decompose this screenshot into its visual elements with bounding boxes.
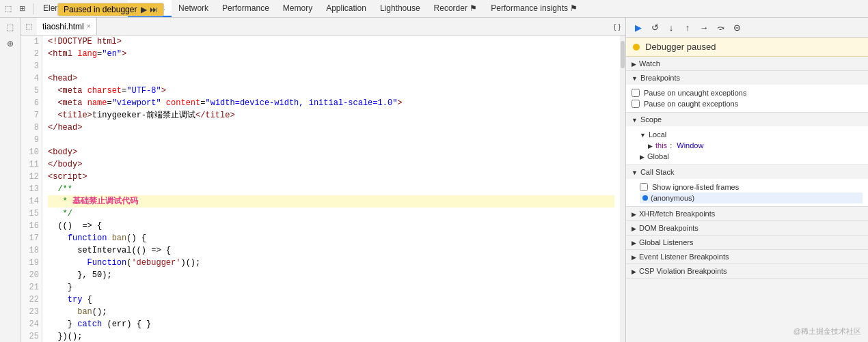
tab-network[interactable]: Network: [172, 0, 215, 17]
callstack-label: Call Stack: [640, 168, 675, 176]
callstack-arrow-icon: [632, 168, 638, 176]
event-listener-header[interactable]: Event Listener Breakpoints: [626, 250, 868, 263]
csp-label: CSP Violation Breakpoints: [639, 267, 727, 275]
vertical-scrollbar[interactable]: [620, 35, 625, 342]
tab-application[interactable]: Application: [319, 0, 373, 17]
code-line: /**: [48, 183, 614, 195]
global-listeners-label: Global Listeners: [639, 238, 694, 246]
global-listeners-header[interactable]: Global Listeners: [626, 236, 868, 249]
line-number: 21: [23, 281, 39, 294]
file-tab-close[interactable]: ×: [87, 23, 91, 30]
scope-label: Scope: [640, 115, 662, 124]
line-number: 5: [23, 85, 39, 97]
pause-uncaught-row: Pause on uncaught exceptions: [632, 87, 863, 98]
event-listener-section: Event Listener Breakpoints: [626, 250, 868, 264]
global-item[interactable]: Global: [640, 151, 863, 162]
step-button[interactable]: →: [697, 20, 711, 34]
this-prop-val: Window: [677, 141, 703, 149]
paused-banner: Paused in debugger ▶ ⏭: [57, 3, 164, 16]
dom-section: DOM Breakpoints: [626, 221, 868, 236]
scroll-thumb[interactable]: [621, 41, 625, 68]
file-tab-name: tiaoshi.html: [42, 22, 84, 31]
code-line: <meta charset="UTF-8">: [48, 85, 614, 97]
scope-content: Local this : Window Global: [626, 126, 868, 165]
right-panel: ▶ ↺ ↓ ↑ → ⤼ ⊝ Debugger paused Watch Brea…: [625, 18, 868, 342]
this-item[interactable]: this : Window: [648, 140, 863, 151]
devtools-icon-2[interactable]: ⊞: [16, 3, 27, 14]
play-icon[interactable]: ▶: [141, 5, 147, 14]
pause-exceptions-button[interactable]: ⊝: [730, 20, 744, 34]
tab-performance[interactable]: Performance: [215, 0, 276, 17]
global-label: Global: [647, 152, 669, 160]
callstack-header[interactable]: Call Stack: [626, 165, 868, 179]
scope-section: Scope Local this : Window: [626, 113, 868, 165]
sidebar-icon-search[interactable]: ⊕: [3, 37, 17, 51]
pause-uncaught-checkbox[interactable]: [632, 89, 640, 97]
scope-header[interactable]: Scope: [626, 113, 868, 126]
code-line: }, 50);: [48, 269, 614, 281]
step-over-button[interactable]: ↺: [648, 20, 662, 34]
call-stack-anonymous[interactable]: (anonymous): [640, 193, 863, 203]
dom-header[interactable]: DOM Breakpoints: [626, 221, 868, 235]
line-number: 12: [23, 171, 39, 183]
file-tab[interactable]: tiaoshi.html ×: [37, 18, 97, 35]
line-number: 6: [23, 97, 39, 109]
watch-arrow-icon: [632, 59, 636, 68]
skip-icon[interactable]: ⏭: [150, 5, 158, 14]
code-line: try {: [48, 294, 614, 306]
status-dot: [633, 44, 640, 51]
code-content[interactable]: <!DOCTYPE html><html lang="en"> <head> <…: [42, 35, 620, 342]
line-number: 9: [23, 134, 39, 146]
deactivate-button[interactable]: ⤼: [714, 20, 727, 34]
code-line: })();: [48, 330, 614, 342]
show-ignore-checkbox[interactable]: [640, 183, 648, 191]
code-line: <head>: [48, 72, 614, 85]
anonymous-label: (anonymous): [651, 194, 694, 202]
callstack-content: Show ignore-listed frames (anonymous): [626, 179, 868, 206]
line-number: 22: [23, 294, 39, 306]
line-number: 3: [23, 60, 39, 72]
event-listener-label: Event Listener Breakpoints: [639, 253, 729, 261]
resume-button[interactable]: ▶: [632, 20, 645, 34]
line-number: 19: [23, 257, 39, 269]
pause-caught-row: Pause on caught exceptions: [632, 98, 863, 109]
step-into-button[interactable]: ↓: [664, 20, 678, 34]
code-line: <!DOCTYPE html>: [48, 35, 614, 48]
line-number: 20: [23, 269, 39, 281]
sidebar-icon-files[interactable]: ⬚: [3, 20, 17, 34]
debugger-status: Debugger paused: [626, 38, 868, 57]
tab-recorder[interactable]: Recorder ⚑: [427, 0, 485, 17]
code-line: * 基础禁止调试代码: [48, 195, 614, 208]
code-line: }: [48, 281, 614, 294]
breakpoints-header[interactable]: Breakpoints: [626, 71, 868, 85]
code-line: */: [48, 208, 614, 220]
line-number: 24: [23, 318, 39, 330]
pause-caught-checkbox[interactable]: [632, 100, 640, 108]
code-line: <meta name="viewport" content="width=dev…: [48, 97, 614, 109]
file-format-icon[interactable]: { }: [612, 21, 623, 32]
code-line: <script>: [48, 171, 614, 183]
debugger-toolbar: ▶ ↺ ↓ ↑ → ⤼ ⊝: [626, 18, 868, 38]
watch-header[interactable]: Watch: [626, 57, 868, 70]
line-number: 1: [23, 35, 39, 48]
xhr-header[interactable]: XHR/fetch Breakpoints: [626, 207, 868, 220]
tab-perf-insights[interactable]: Performance insights ⚑: [484, 0, 584, 17]
code-line: [48, 60, 614, 72]
step-out-button[interactable]: ↑: [681, 20, 694, 34]
local-item[interactable]: Local: [640, 129, 863, 140]
breakpoints-section: Breakpoints Pause on uncaught exceptions…: [626, 71, 868, 113]
local-arrow-icon: [640, 130, 646, 139]
tab-lighthouse[interactable]: Lighthouse: [373, 0, 427, 17]
code-line: Function('debugger')();: [48, 257, 614, 269]
file-tab-back-icon[interactable]: ⬚: [23, 21, 34, 32]
line-number: 4: [23, 72, 39, 85]
csp-header[interactable]: CSP Violation Breakpoints: [626, 264, 868, 278]
code-line: <title>tinygeeker-前端禁止调试</title>: [48, 109, 614, 122]
code-line: ban();: [48, 306, 614, 318]
file-tab-actions: { }: [612, 21, 623, 32]
devtools-icon-1[interactable]: ⬚: [3, 3, 14, 14]
code-line: <body>: [48, 146, 614, 158]
line-numbers: 1234567891011121314151617181920212223242…: [21, 35, 42, 342]
csp-section: CSP Violation Breakpoints: [626, 264, 868, 279]
tab-memory[interactable]: Memory: [276, 0, 319, 17]
